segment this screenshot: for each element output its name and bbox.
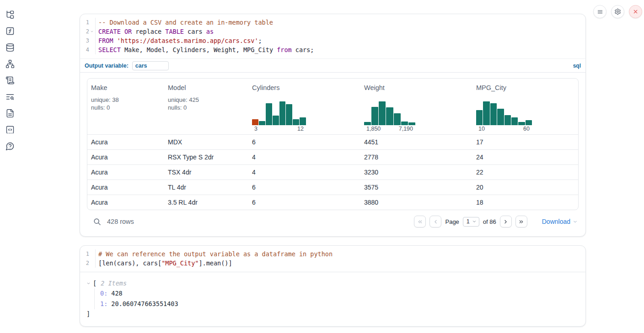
table-cell: 18 — [476, 199, 578, 206]
histogram-bar[interactable] — [490, 103, 497, 125]
code-text[interactable]: SELECT Make, Model, Cylinders, Weight, M… — [95, 45, 585, 54]
table-cell: 4 — [252, 153, 364, 161]
code-line[interactable]: 2[len(cars), cars["MPG_City"].mean()] — [80, 259, 585, 268]
previous-page-button[interactable] — [429, 216, 441, 227]
table-body: AcuraMDX6445117AcuraRSX Type S 2dr427782… — [87, 134, 578, 210]
column-header[interactable]: MPG_City1060 — [476, 79, 578, 134]
text-search-icon[interactable] — [5, 92, 15, 101]
histogram-bars — [252, 101, 306, 125]
histogram-bar[interactable] — [266, 103, 272, 125]
axis-min-label: 3 — [254, 126, 258, 132]
dependency-graph-icon[interactable] — [5, 59, 15, 69]
axis-max-label: 7,190 — [399, 126, 413, 132]
chevron-left-icon — [433, 219, 439, 225]
table-cell: 4451 — [364, 138, 476, 146]
histogram-bar[interactable] — [497, 109, 504, 125]
table-cell: 17 — [476, 138, 578, 146]
fold-spacer — [89, 259, 94, 268]
column-header[interactable]: Weight1,8507,190 — [364, 79, 476, 134]
database-icon[interactable] — [5, 43, 15, 52]
python-code-editor[interactable]: 1# We can reference the output variable … — [80, 246, 585, 272]
table-row[interactable]: Acura3.5 RL 4dr6388018 — [87, 195, 578, 210]
notebook: 1-- Download a CSV and create an in-memo… — [80, 14, 586, 327]
code-text[interactable]: [len(cars), cars["MPG_City"].mean()] — [95, 259, 585, 268]
code-text[interactable]: FROM 'https://datasets.marimo.app/cars.c… — [95, 36, 585, 45]
table-row[interactable]: AcuraTSX 4dr4323022 — [87, 164, 578, 180]
scroll-logs-icon[interactable] — [5, 76, 15, 85]
column-stats: unique: 38nulls: 0 — [91, 96, 168, 111]
language-badge[interactable]: sql — [573, 63, 581, 69]
sql-code-editor[interactable]: 1-- Download a CSV and create an in-memo… — [80, 14, 585, 58]
last-page-button[interactable] — [515, 216, 527, 227]
next-page-button[interactable] — [500, 216, 512, 227]
histogram-bar[interactable] — [511, 117, 518, 125]
code-line[interactable]: 3FROM 'https://datasets.marimo.app/cars.… — [80, 36, 585, 45]
histogram-bar[interactable] — [394, 113, 401, 125]
table-row[interactable]: AcuraRSX Type S 2dr4277824 — [87, 149, 578, 164]
download-button[interactable]: Download — [542, 218, 578, 225]
code-text[interactable]: -- Download a CSV and create an in-memor… — [95, 18, 585, 27]
histogram-bar[interactable] — [364, 122, 371, 125]
output-variable-input[interactable] — [132, 61, 169, 70]
table-row[interactable]: AcuraMDX6445117 — [87, 134, 578, 149]
histogram-bar[interactable] — [300, 117, 306, 125]
menu-button[interactable] — [593, 5, 606, 18]
histogram-bar[interactable] — [408, 122, 415, 125]
code-line[interactable]: 1# We can reference the output variable … — [80, 249, 585, 259]
histogram-bar[interactable] — [286, 104, 292, 125]
search-button[interactable] — [93, 218, 101, 226]
settings-button[interactable] — [611, 5, 624, 18]
python-output-tree: [ 2 Items 0:4281:20.060747663551403 ] — [80, 272, 585, 326]
histogram-bar[interactable] — [518, 122, 525, 125]
file-tree-icon[interactable] — [5, 10, 15, 19]
table-cell: TSX 4dr — [168, 169, 252, 176]
collapse-toggle[interactable] — [86, 281, 91, 285]
table-cell: 6 — [252, 199, 364, 206]
column-header[interactable]: Makeunique: 38nulls: 0 — [91, 79, 168, 134]
histogram-bar[interactable] — [386, 107, 393, 125]
fold-spacer — [89, 18, 94, 27]
table-cell: Acura — [91, 184, 168, 191]
histogram-bar[interactable] — [273, 116, 279, 125]
snippets-code-icon[interactable] — [5, 125, 15, 134]
table-row[interactable]: AcuraTL 4dr6357520 — [87, 180, 578, 195]
shutdown-button[interactable] — [629, 5, 642, 18]
tree-items: 0:4281:20.060747663551403 — [94, 288, 578, 309]
file-text-icon[interactable] — [5, 109, 15, 118]
histogram-bar[interactable] — [252, 119, 258, 125]
chevron-right-icon — [503, 219, 509, 225]
histogram-axis-labels: 1060 — [476, 125, 532, 132]
chevrons-left-icon — [417, 219, 423, 225]
code-line[interactable]: 1-- Download a CSV and create an in-memo… — [80, 18, 585, 27]
help-chat-icon[interactable] — [5, 142, 15, 151]
histogram-bar[interactable] — [371, 107, 378, 125]
histogram-bar[interactable] — [279, 101, 286, 125]
histogram-bar[interactable] — [293, 119, 299, 125]
line-number: 1 — [80, 249, 89, 259]
code-line[interactable]: 4SELECT Make, Model, Cylinders, Weight, … — [80, 45, 585, 54]
code-text[interactable]: # We can reference the output variable a… — [95, 249, 585, 259]
column-header[interactable]: Modelunique: 425nulls: 0 — [168, 79, 252, 134]
tree-item[interactable]: 1:20.060747663551403 — [100, 299, 578, 309]
tree-item[interactable]: 0:428 — [100, 288, 578, 299]
first-page-button[interactable] — [414, 216, 426, 227]
fold-indicator-icon[interactable] — [89, 27, 94, 36]
histogram-bar[interactable] — [483, 101, 489, 125]
table-cell: 3575 — [364, 184, 476, 191]
histogram-bar[interactable] — [476, 110, 483, 125]
code-text[interactable]: CREATE OR replace TABLE cars as — [95, 27, 585, 36]
code-line[interactable]: 2CREATE OR replace TABLE cars as — [80, 27, 585, 36]
histogram-bar[interactable] — [259, 121, 265, 125]
table-cell: RSX Type S 2dr — [168, 153, 252, 161]
line-number: 1 — [80, 18, 89, 27]
histogram-bar[interactable] — [526, 120, 532, 125]
histogram-bar[interactable] — [504, 115, 511, 125]
tree-root: [ 2 Items — [86, 278, 578, 288]
page-select[interactable]: 1 — [463, 217, 479, 227]
function-square-icon[interactable] — [5, 26, 15, 36]
line-number: 2 — [80, 259, 89, 268]
column-header[interactable]: Cylinders312 — [252, 79, 364, 134]
histogram-bar[interactable] — [401, 122, 408, 125]
chevron-down-icon — [573, 219, 578, 224]
histogram-bar[interactable] — [379, 101, 386, 125]
